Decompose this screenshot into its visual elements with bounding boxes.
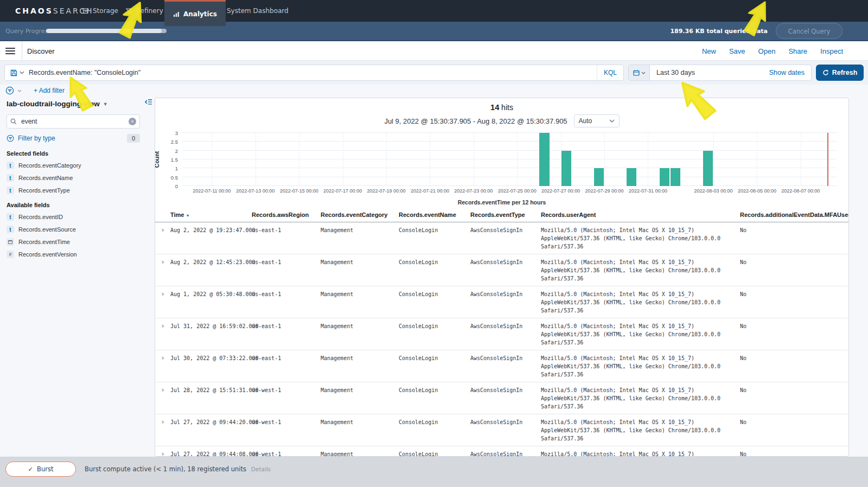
cell-event-category: Management — [321, 290, 399, 315]
chaossearch-logo[interactable]: CHAOSSEARCH — [15, 0, 93, 22]
filter-by-type-button[interactable]: Filter by type — [7, 134, 55, 142]
field-item[interactable]: Records.eventType — [7, 187, 140, 194]
histogram-plot-area[interactable]: 00.511.522.53 — [182, 133, 837, 186]
field-type-icon — [7, 213, 14, 221]
field-search-input[interactable] — [20, 117, 125, 126]
field-type-icon — [7, 251, 14, 258]
expand-row-button[interactable]: › — [155, 386, 170, 411]
cell-aws-region: us-west-1 — [252, 450, 321, 456]
histogram-bar[interactable] — [594, 168, 604, 186]
table-row: › Jul 27, 2022 @ 09:44:08.000 us-west-1 … — [155, 446, 848, 456]
burst-footer: ✓ Burst Burst compute active (< 1 min), … — [0, 457, 868, 487]
expand-row-button[interactable]: › — [155, 258, 170, 283]
table-row: › Jul 31, 2022 @ 16:59:02.000 us-east-1 … — [155, 318, 848, 350]
cell-time: Jul 27, 2022 @ 09:44:08.000 — [170, 450, 252, 456]
query-language-toggle[interactable]: KQL — [597, 65, 623, 80]
burst-toggle-button[interactable]: ✓ Burst — [5, 462, 76, 477]
chevron-down-icon — [20, 71, 24, 74]
cell-event-category: Management — [321, 354, 399, 379]
calendar-menu-button[interactable] — [629, 65, 650, 80]
cancel-query-button[interactable]: Cancel Query — [776, 23, 843, 39]
interval-select[interactable]: Auto — [574, 114, 620, 127]
field-item[interactable]: Records.eventID — [7, 213, 140, 221]
nav-tab-system-dashboard[interactable]: System Dashboard — [216, 0, 289, 22]
page-title: Discover — [27, 47, 55, 55]
expand-row-button[interactable]: › — [155, 418, 170, 443]
query-text[interactable]: Records.eventName: "ConsoleLogin" — [29, 69, 597, 76]
chevron-down-icon[interactable] — [17, 89, 22, 92]
histogram-bar[interactable] — [539, 133, 549, 186]
toolbar-action-link[interactable]: Share — [788, 47, 807, 55]
expand-row-button[interactable]: › — [155, 450, 170, 456]
cell-aws-region: us-east-1 — [252, 258, 321, 283]
y-axis-title: Count — [155, 151, 160, 168]
cell-event-type: AwsConsoleSignIn — [470, 418, 541, 443]
save-query-icon — [10, 69, 17, 76]
histogram-bar[interactable] — [671, 168, 680, 186]
search-icon — [10, 118, 17, 125]
toolbar-action-link[interactable]: New — [702, 47, 716, 55]
results-table-body: › Aug 2, 2022 @ 19:23:47.000 us-east-1 M… — [155, 222, 848, 456]
field-item[interactable]: Records.eventSource — [7, 226, 140, 233]
cell-event-name: ConsoleLogin — [399, 226, 470, 251]
toolbar-action-link[interactable]: Inspect — [820, 47, 843, 55]
logo-bold: CHAOS — [15, 7, 53, 15]
results-table-header: Time▼ Records.awsRegion Records.eventCat… — [155, 209, 848, 222]
results-panel: 14 hits Jul 9, 2022 @ 15:30:37.905 - Aug… — [155, 98, 849, 457]
histogram-bar[interactable] — [627, 168, 636, 186]
cell-aws-region: us-east-1 — [252, 226, 321, 251]
expand-row-button[interactable]: › — [155, 290, 170, 315]
time-range-value[interactable]: Last 30 days — [650, 69, 769, 76]
x-axis-title: Records.eventTime per 12 hours — [155, 199, 848, 206]
histogram-bar[interactable] — [561, 151, 571, 186]
burst-label: Burst — [37, 465, 53, 473]
cell-aws-region: us-west-1 — [252, 418, 321, 443]
index-pattern-selector[interactable]: lab-cloudtrail-logging-view ▼ — [7, 100, 140, 108]
histogram-bar[interactable] — [660, 168, 669, 186]
field-item[interactable]: Records.eventName — [7, 174, 140, 182]
toolbar-action-link[interactable]: Open — [758, 47, 776, 55]
cell-mfa-used: No — [740, 418, 848, 443]
field-name: Records.eventType — [18, 187, 70, 194]
cell-aws-region: us-east-1 — [252, 322, 321, 347]
show-dates-link[interactable]: Show dates — [769, 69, 811, 76]
table-row: › Jul 30, 2022 @ 07:33:22.000 us-east-1 … — [155, 350, 848, 382]
cell-event-type: AwsConsoleSignIn — [470, 226, 541, 251]
cell-mfa-used: No — [740, 322, 848, 347]
nav-tab-refinery[interactable]: Refinery — [126, 0, 163, 22]
expand-row-button[interactable]: › — [155, 354, 170, 379]
field-item[interactable]: Records.eventVersion — [7, 251, 140, 258]
cell-event-category: Management — [321, 322, 399, 347]
cell-user-agent: Mozilla/5.0 (Macintosh; Intel Mac OS X 1… — [541, 322, 740, 347]
query-input[interactable]: Records.eventName: "ConsoleLogin" KQL — [4, 65, 624, 81]
column-header-time[interactable]: Time▼ — [170, 212, 252, 218]
toolbar-action-link[interactable]: Save — [729, 47, 745, 55]
column-header: Records.awsRegion — [252, 212, 321, 218]
cell-event-category: Management — [321, 386, 399, 411]
nav-tab-storage[interactable]: Storage — [82, 0, 118, 22]
expand-row-button[interactable]: › — [155, 226, 170, 251]
cell-mfa-used: No — [740, 258, 848, 283]
nav-tab-analytics-active[interactable]: Analytics — [164, 0, 226, 26]
cell-time: Jul 31, 2022 @ 16:59:02.000 — [170, 322, 252, 347]
cell-event-name: ConsoleLogin — [399, 450, 470, 456]
collapse-sidebar-icon[interactable] — [145, 99, 152, 105]
field-item[interactable]: Records.eventCategory — [7, 162, 140, 169]
histogram-bar[interactable] — [703, 151, 713, 186]
index-pattern-name: lab-cloudtrail-logging-view — [7, 100, 100, 108]
expand-row-button[interactable]: › — [155, 322, 170, 347]
filter-icon[interactable] — [5, 86, 14, 95]
refresh-button[interactable]: Refresh — [816, 65, 864, 81]
nav-tab-label: Analytics — [183, 10, 217, 18]
add-filter-button[interactable]: + Add filter — [34, 87, 65, 94]
saved-query-menu[interactable] — [5, 69, 29, 76]
column-header: Records.eventCategory — [321, 212, 399, 218]
cell-time: Aug 1, 2022 @ 05:30:48.000 — [170, 290, 252, 315]
cell-user-agent: Mozilla/5.0 (Macintosh; Intel Mac OS X 1… — [541, 386, 740, 411]
burst-details-link[interactable]: Details — [251, 466, 271, 472]
menu-icon[interactable] — [5, 48, 15, 54]
field-item[interactable]: Records.eventTime — [7, 238, 140, 246]
toolbar-actions: NewSaveOpenShareInspect — [702, 41, 843, 61]
selected-fields-header: Selected fields — [7, 150, 140, 157]
clear-search-icon[interactable]: × — [129, 118, 136, 125]
